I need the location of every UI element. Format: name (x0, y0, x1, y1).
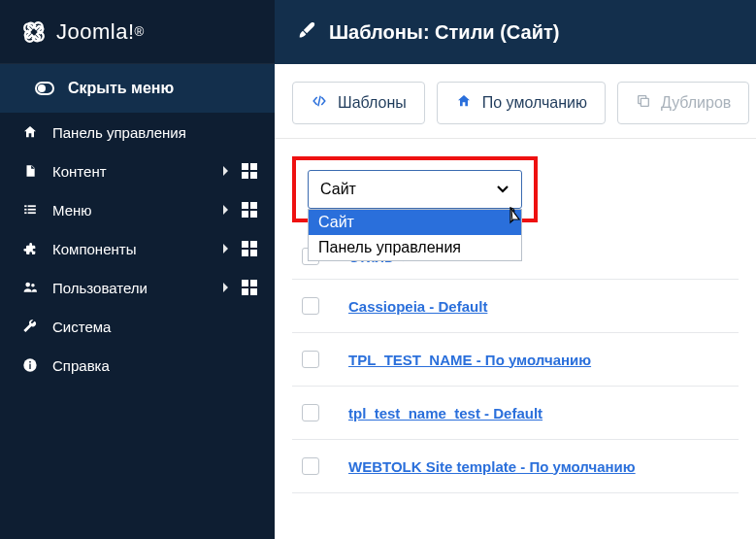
table-row: WEBTOLK Site template - По умолчанию (292, 440, 739, 493)
dropdown: Сайт Панель управления (308, 209, 522, 261)
copy-icon (636, 93, 651, 113)
chevron-right-icon (222, 202, 232, 219)
svg-point-7 (31, 284, 35, 287)
dashboard-icon[interactable] (242, 202, 259, 218)
sidebar-item-menus[interactable]: Меню (0, 190, 275, 229)
style-link[interactable]: Cassiopeia - Default (348, 298, 487, 315)
row-checkbox[interactable] (302, 351, 319, 368)
svg-rect-0 (24, 205, 26, 207)
titlebar: Шаблоны: Стили (Сайт) (275, 0, 756, 64)
table-row: tpl_test_name_test - Default (292, 387, 739, 440)
filter-highlight: Сайт Сайт Панель управления (292, 156, 538, 222)
page-title: Шаблоны: Стили (Сайт) (329, 21, 559, 44)
templates-button[interactable]: Шаблоны (292, 82, 425, 124)
dashboard-icon[interactable] (242, 280, 259, 295)
logo-text: Joomla! (56, 19, 135, 45)
puzzle-icon (21, 241, 39, 256)
sidebar-item-components[interactable]: Компоненты (0, 229, 275, 268)
file-icon (21, 163, 39, 179)
joomla-icon (21, 19, 47, 45)
sidebar: Joomla!® Скрыть меню Панель управления К… (0, 0, 275, 539)
svg-point-6 (25, 283, 30, 287)
sidebar-item-dashboard[interactable]: Панель управления (0, 113, 275, 152)
sidebar-item-content[interactable]: Контент (0, 152, 275, 190)
svg-point-10 (29, 361, 31, 363)
svg-rect-9 (29, 364, 30, 369)
table-row: TPL_TEST_NAME - По умолчанию (292, 333, 739, 387)
svg-rect-4 (24, 212, 26, 214)
sidebar-item-system[interactable]: Система (0, 307, 275, 346)
toggle-menu[interactable]: Скрыть меню (0, 64, 275, 113)
style-link[interactable]: tpl_test_name_test - Default (348, 405, 542, 421)
style-link[interactable]: TPL_TEST_NAME - По умолчанию (348, 352, 591, 368)
info-icon (21, 357, 39, 373)
duplicate-button[interactable]: Дублиров (617, 82, 749, 124)
style-link[interactable]: WEBTOLK Site template - По умолчанию (348, 458, 636, 475)
option-admin[interactable]: Панель управления (309, 235, 521, 260)
chevron-right-icon (222, 280, 232, 296)
dashboard-icon[interactable] (242, 241, 259, 256)
dashboard-icon[interactable] (242, 163, 259, 179)
row-checkbox[interactable] (302, 457, 319, 475)
toggle-label: Скрыть меню (68, 80, 174, 97)
sidebar-item-help[interactable]: Справка (0, 346, 275, 385)
list-icon (21, 203, 39, 217)
chevron-right-icon (222, 241, 232, 257)
brush-icon (298, 20, 317, 44)
toggle-icon (35, 82, 54, 95)
svg-rect-11 (641, 98, 648, 106)
code-icon (311, 94, 328, 112)
svg-rect-1 (28, 205, 36, 207)
wrench-icon (21, 319, 39, 334)
table-row: Cassiopeia - Default (292, 280, 739, 333)
select-head[interactable]: Сайт (308, 170, 522, 209)
toolbar: Шаблоны По умолчанию Дублиров (275, 64, 756, 139)
chevron-right-icon (222, 163, 232, 180)
main: Шаблоны: Стили (Сайт) Шаблоны По умолчан… (275, 0, 756, 539)
svg-rect-5 (28, 212, 36, 214)
option-site[interactable]: Сайт (309, 210, 521, 235)
logo[interactable]: Joomla!® (0, 0, 275, 64)
default-button[interactable]: По умолчанию (437, 82, 606, 124)
row-checkbox[interactable] (302, 404, 319, 421)
sidebar-item-users[interactable]: Пользователи (0, 268, 275, 307)
home-icon (455, 93, 473, 113)
chevron-down-icon (496, 181, 509, 198)
users-icon (21, 281, 39, 294)
svg-rect-3 (28, 209, 36, 211)
svg-rect-2 (24, 209, 26, 211)
home-icon (21, 124, 39, 140)
client-filter[interactable]: Сайт Сайт Панель управления (308, 170, 522, 209)
styles-table: Стиль ▲▼ Cassiopeia - Default TPL_TEST_N… (292, 234, 739, 493)
row-checkbox[interactable] (302, 297, 319, 315)
